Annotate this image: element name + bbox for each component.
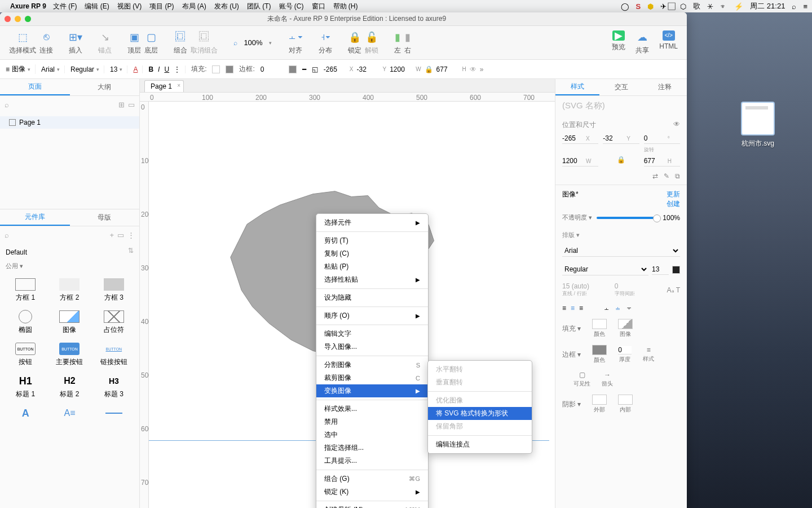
lib-folder-icon[interactable]: ▭ [117, 231, 124, 239]
status-ime-icon[interactable]: 歌 [693, 1, 700, 11]
menu-view[interactable]: 视图 (V) [117, 2, 142, 11]
ctx-slice-image[interactable]: 分割图像S [316, 358, 428, 371]
italic-button[interactable]: I [158, 65, 160, 73]
ctx-selected[interactable]: 选中 [316, 428, 428, 441]
status-shield-icon[interactable]: ◯ [621, 2, 629, 11]
x-input[interactable] [324, 65, 346, 73]
status-bt-icon[interactable]: ⚹ [707, 2, 713, 11]
lib-h3[interactable]: H3标题 3 [93, 371, 135, 402]
html-button[interactable]: </>HTML [659, 30, 678, 55]
lib-h1[interactable]: H1标题 1 [5, 371, 46, 402]
distribute-button[interactable]: ⫞▾分布 [319, 30, 332, 55]
menu-file[interactable]: 文件 (F) [53, 2, 77, 11]
arrow-icon[interactable]: → [604, 371, 611, 379]
valign-bot-icon[interactable]: ⫟ [626, 304, 633, 312]
unlock-button[interactable]: 🔓解锁 [365, 30, 378, 55]
ctx-select-group[interactable]: 指定选择组... [316, 441, 428, 454]
align-right-button[interactable]: ▮右 [404, 30, 411, 55]
status-menu-icon[interactable]: ≡ [803, 2, 807, 11]
fill-color-swatch[interactable] [212, 65, 220, 73]
more-toolbar-icon[interactable]: » [480, 65, 484, 73]
close-button[interactable] [5, 16, 11, 22]
ctx-select-widget[interactable]: 选择元件▶ [316, 216, 428, 229]
menu-project[interactable]: 项目 (P) [149, 2, 174, 11]
border-w-input[interactable] [618, 346, 632, 354]
valign-top-icon[interactable]: ⫠ [603, 304, 610, 312]
select-mode-button[interactable]: ⬚选择模式 [9, 30, 36, 55]
insp-text-color[interactable] [672, 266, 680, 274]
status-clock[interactable]: 周二 21:21 [750, 1, 785, 11]
insp-x-input[interactable] [562, 134, 584, 142]
status-wifi-icon[interactable]: ᯤ [720, 2, 727, 11]
menu-team[interactable]: 团队 (T) [247, 2, 271, 11]
tab-style[interactable]: 样式 [555, 79, 599, 95]
menu-publish[interactable]: 发布 (U) [214, 2, 239, 11]
flip-h-icon[interactable]: ⇄ [652, 172, 658, 180]
visibility-icon[interactable]: ▢ [579, 371, 585, 379]
lib-primary-button[interactable]: BUTTON主要按钮 [48, 339, 90, 370]
status-hex-icon[interactable]: ⬡ [680, 2, 686, 11]
menu-help[interactable]: 帮助 (H) [333, 2, 358, 11]
tab-library[interactable]: 元件库 [0, 209, 70, 226]
insp-y-input[interactable] [603, 134, 624, 142]
tab-notes[interactable]: 注释 [643, 79, 687, 95]
lib-box1[interactable]: 方框 1 [5, 275, 46, 306]
ctx-style-effects[interactable]: 样式效果... [316, 402, 428, 415]
corner-radius-button[interactable]: ◱ [312, 65, 318, 73]
group-button[interactable]: ⿴组合 [174, 30, 187, 55]
desktop-file[interactable]: 杭州市.svg [735, 102, 780, 148]
lib-menu-icon[interactable]: ⋮ [127, 231, 135, 239]
opacity-value[interactable]: 100% [663, 214, 680, 222]
insp-weight-select[interactable]: Regular [562, 264, 648, 275]
status-s-icon[interactable]: S [636, 2, 641, 11]
tab-pages[interactable]: 页面 [0, 79, 70, 95]
font-select[interactable]: Arial ▾ [41, 65, 65, 73]
send-back-button[interactable]: ▢底层 [144, 30, 158, 55]
lock-button[interactable]: 🔒锁定 [348, 30, 361, 55]
lib-h2[interactable]: H2标题 2 [48, 371, 90, 402]
status-search-icon[interactable]: ⌕ [792, 2, 796, 11]
lib-category[interactable]: 公用 ▾ [0, 260, 139, 273]
connect-button[interactable]: ⎋连接 [39, 30, 53, 55]
insert-button[interactable]: ⊞▾插入 [69, 30, 82, 55]
ctx-import-image[interactable]: 导入图像... [316, 340, 428, 353]
lock-ratio-icon[interactable]: 🔒 [603, 156, 639, 167]
create-style-link[interactable]: 创建 [667, 199, 680, 209]
lib-placeholder[interactable]: 占位符 [93, 307, 135, 338]
page-tab[interactable]: Page 1× [144, 80, 184, 92]
ctx-tooltip[interactable]: 工具提示... [316, 454, 428, 467]
lib-button[interactable]: BUTTON按钮 [5, 339, 46, 370]
sub-preserve-corners[interactable]: 保留角部 [428, 420, 532, 433]
align-center-icon[interactable]: ≡ [571, 304, 575, 312]
tab-outline[interactable]: 大纲 [70, 79, 140, 95]
page-item[interactable]: Page 1 [0, 116, 139, 129]
lib-link-button[interactable]: BUTTON链接按钮 [93, 339, 135, 370]
menu-account[interactable]: 账号 (C) [279, 2, 304, 11]
insp-rot-input[interactable] [644, 134, 665, 142]
status-send-icon[interactable]: ✈ [660, 2, 667, 11]
w-input[interactable] [390, 65, 412, 73]
ctx-set-hidden[interactable]: 设为隐藏 [316, 291, 428, 304]
lib-text1[interactable]: A [5, 404, 46, 423]
lib-text2[interactable]: A≡ [48, 404, 90, 423]
ctx-transform-image[interactable]: 变换图像▶ [316, 384, 428, 397]
ctx-paste-special[interactable]: 选择性粘贴▶ [316, 273, 428, 286]
flip-v-icon[interactable]: ✎ [664, 172, 669, 180]
insp-w-input[interactable] [562, 157, 584, 165]
border-color-swatch[interactable] [592, 345, 607, 355]
menu-edit[interactable]: 编辑 (E) [85, 2, 109, 11]
add-page-icon[interactable]: ⊞ [118, 100, 125, 109]
lock-ratio-icon[interactable]: 🔒 [425, 65, 433, 73]
ctx-cut[interactable]: 剪切 (T) [316, 234, 428, 247]
insp-h-input[interactable] [644, 157, 665, 165]
align-button[interactable]: ⫠▾对齐 [288, 30, 303, 55]
h-input[interactable] [436, 65, 459, 73]
bring-front-button[interactable]: ▣顶层 [127, 30, 141, 55]
folder-icon[interactable]: ▭ [128, 100, 135, 109]
close-tab-icon[interactable]: × [177, 82, 180, 89]
valign-mid-icon[interactable]: ⫨ [615, 304, 621, 312]
text-color-button[interactable]: A [133, 65, 143, 73]
sub-flip-v[interactable]: 垂直翻转 [428, 376, 532, 389]
lib-select[interactable]: Default ⇅ [0, 243, 139, 260]
sub-edit-connections[interactable]: 编辑连接点 [428, 438, 532, 451]
